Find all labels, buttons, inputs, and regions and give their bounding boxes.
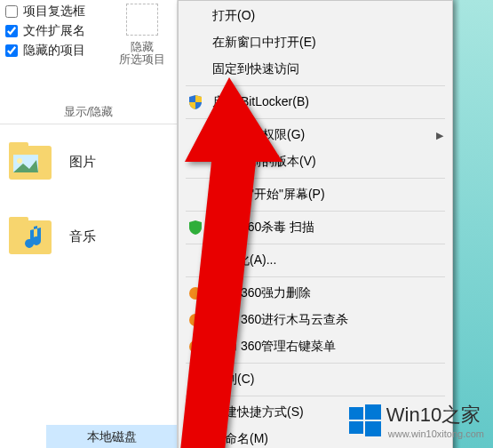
hide-selected-icon (126, 4, 158, 36)
folder-item-music[interactable]: 音乐 (0, 199, 177, 274)
checkbox-file-ext-input[interactable] (5, 25, 18, 37)
ctx-separator (186, 363, 445, 364)
ctx-separator (186, 396, 445, 396)
ctx-create-shortcut-label: 创建快捷方式(S) (212, 404, 304, 420)
ctx-pin-start-label: 固定到"开始"屏幕(P) (212, 187, 325, 203)
shield-icon (187, 94, 203, 110)
watermark-title: Win10之家 (386, 404, 481, 426)
music-folder-icon (7, 213, 53, 260)
blank-icon (187, 154, 203, 170)
checkbox-file-ext-label: 文件扩展名 (23, 23, 85, 39)
svg-point-7 (189, 314, 202, 326)
ctx-grant-access-label: 授予访问权限(G) (212, 127, 305, 143)
ctx-open[interactable]: 打开(O) (179, 3, 452, 29)
checkbox-file-ext[interactable]: 文件扩展名 (5, 23, 85, 39)
ctx-open-new-window-label: 在新窗口中打开(E) (212, 35, 316, 51)
ribbon-checkbox-group: 项目复选框 文件扩展名 隐藏的项目 (0, 0, 91, 66)
blank-icon (187, 404, 203, 420)
ctx-grant-access[interactable]: 授予访问权限(G)▶ (179, 122, 452, 148)
context-menu: 打开(O) 在新窗口中打开(E) 固定到快速访问 启用 BitLocker(B)… (178, 0, 453, 448)
ctx-copy[interactable]: 复制(C) (179, 366, 452, 393)
ribbon-group-label: 显示/隐藏 (0, 104, 177, 120)
watermark-url: www.win10xitong.com (388, 428, 484, 439)
blank-icon (187, 372, 203, 388)
ctx-separator (186, 85, 445, 86)
ctx-format[interactable]: 格式化(A)... (179, 247, 452, 274)
360-green-shield-icon (187, 220, 203, 236)
360-orange-icon (187, 312, 203, 328)
ctx-360-trojan-scan[interactable]: 使用 360进行木马云查杀 (179, 307, 452, 333)
submenu-arrow-icon: ▶ (436, 130, 443, 141)
svg-rect-10 (365, 404, 381, 420)
ctx-separator (186, 211, 445, 212)
360-orange-icon (187, 339, 203, 355)
ctx-360-scan-label: 使用 360杀毒 扫描 (212, 220, 314, 236)
selected-drive-item[interactable]: 本地磁盘 (46, 425, 177, 448)
ctx-copy-label: 复制(C) (212, 372, 254, 388)
checkbox-item-boxes-input[interactable] (5, 5, 18, 18)
ctx-separator (186, 118, 445, 119)
selected-drive-label: 本地磁盘 (87, 429, 137, 444)
ctx-360-trojan-scan-label: 使用 360进行木马云查杀 (212, 312, 348, 328)
ctx-pin-start[interactable]: 固定到"开始"屏幕(P) (179, 181, 452, 208)
explorer-content: 图片 音乐 本地磁盘 (0, 124, 178, 448)
ctx-360-force-delete[interactable]: 使用 360强力删除 (179, 280, 452, 307)
ctx-bitlocker-label: 启用 BitLocker(B) (212, 94, 309, 110)
ctx-360-manage-menu-label: 使用 360管理右键菜单 (212, 339, 336, 355)
svg-point-6 (189, 287, 202, 300)
ctx-pin-quick-access[interactable]: 固定到快速访问 (179, 56, 452, 83)
ctx-bitlocker[interactable]: 启用 BitLocker(B) (179, 89, 452, 116)
ctx-separator (186, 276, 445, 277)
svg-rect-9 (349, 407, 363, 420)
svg-rect-5 (9, 217, 28, 224)
svg-point-3 (17, 158, 22, 164)
blank-icon (187, 61, 203, 77)
picture-folder-icon (7, 139, 53, 185)
ctx-360-scan[interactable]: 使用 360杀毒 扫描 (179, 214, 452, 241)
ctx-separator (186, 244, 445, 244)
blank-icon (187, 35, 203, 51)
ctx-open-new-window[interactable]: 在新窗口中打开(E) (179, 29, 452, 56)
ctx-360-force-delete-label: 使用 360强力删除 (212, 285, 311, 301)
hide-selected-label-1: 隐藏 (115, 41, 170, 53)
blank-icon (187, 431, 203, 447)
checkbox-item-boxes-label: 项目复选框 (23, 4, 85, 20)
svg-rect-1 (9, 142, 28, 149)
blank-icon (187, 252, 203, 268)
ctx-separator (186, 178, 445, 179)
ctx-360-manage-menu[interactable]: 使用 360管理右键菜单 (179, 333, 452, 360)
ctx-format-label: 格式化(A)... (212, 252, 276, 268)
blank-icon (187, 127, 203, 143)
hide-selected-button[interactable]: 隐藏 所选项目 (115, 4, 170, 66)
checkbox-hidden-items-label: 隐藏的项目 (23, 43, 85, 59)
checkbox-item-boxes[interactable]: 项目复选框 (5, 4, 85, 20)
watermark: Win10之家 www.win10xitong.com (349, 402, 484, 439)
blank-icon (187, 8, 203, 24)
svg-rect-11 (349, 421, 363, 434)
360-orange-icon (187, 285, 203, 301)
folder-item-music-label: 音乐 (69, 228, 96, 245)
checkbox-hidden-items[interactable]: 隐藏的项目 (5, 43, 85, 59)
ribbon-panel-show-hide: 项目复选框 文件扩展名 隐藏的项目 隐藏 所选项目 显示/隐藏 (0, 0, 178, 124)
svg-rect-12 (365, 421, 381, 436)
ctx-restore-previous-label: 还原以前的版本(V) (212, 154, 316, 170)
ctx-rename-label: 重命名(M) (212, 431, 268, 447)
checkbox-hidden-items-input[interactable] (5, 44, 18, 57)
hide-selected-label-2: 所选项目 (115, 53, 170, 66)
ctx-open-label: 打开(O) (212, 8, 255, 24)
ctx-restore-previous[interactable]: 还原以前的版本(V) (179, 148, 452, 175)
folder-item-pictures-label: 图片 (69, 154, 96, 171)
windows-logo-icon (349, 404, 381, 436)
folder-item-pictures[interactable]: 图片 (0, 124, 177, 199)
window-edge-shadow (453, 0, 460, 448)
svg-point-8 (189, 340, 202, 353)
ctx-pin-quick-access-label: 固定到快速访问 (212, 61, 299, 77)
blank-icon (187, 187, 203, 203)
